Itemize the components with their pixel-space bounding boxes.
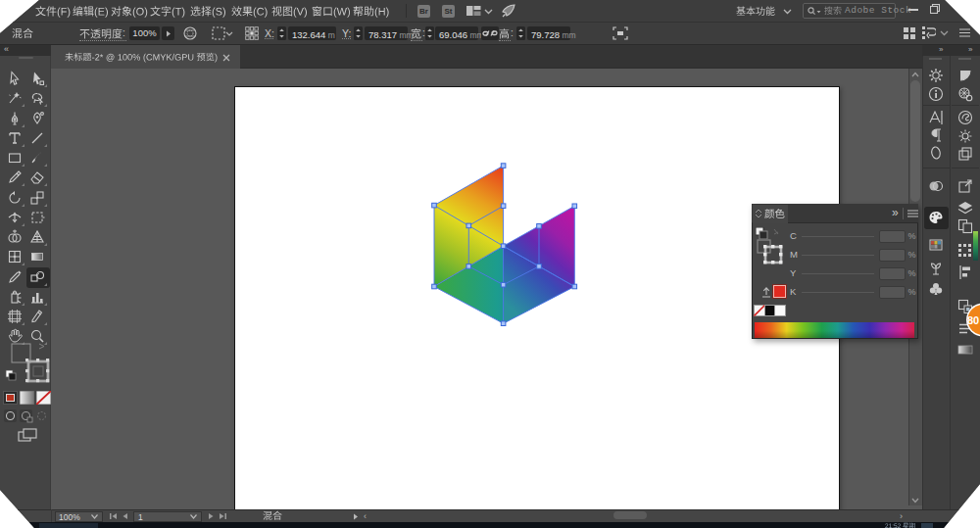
svg-text:80: 80 [967,314,979,326]
